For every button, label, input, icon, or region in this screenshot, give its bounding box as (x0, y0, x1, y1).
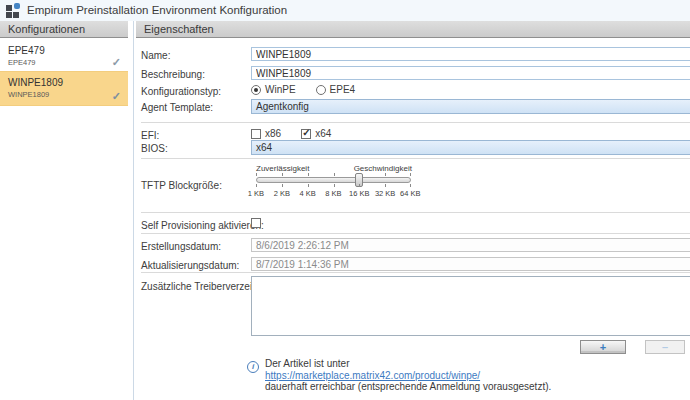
checkbox-x64-label: x64 (315, 128, 331, 139)
panel-divider (133, 21, 134, 400)
description-label: Beschreibung: (141, 69, 205, 80)
efi-checkbox-group: x86 x64 (251, 128, 331, 139)
config-type-radio-group: WinPE EPE4 (251, 84, 355, 95)
app-window: Empirum Preinstallation Environment Konf… (0, 0, 690, 400)
bios-select[interactable]: x64 (251, 140, 690, 155)
radio-winpe-label: WinPE (265, 84, 296, 95)
updated-date-label: Aktualisierungsdatum: (141, 260, 239, 271)
configurations-list: EPE479 EPE479 ✓ WINPE1809 WINPE1809 ✓ (0, 38, 128, 400)
name-input[interactable] (251, 47, 690, 61)
config-item-epe479[interactable]: EPE479 EPE479 ✓ (0, 42, 128, 71)
agent-template-select[interactable]: Agentkonfig (251, 99, 690, 114)
marketplace-link[interactable]: https://marketplace.matrix42.com/product… (265, 370, 680, 382)
tick-label: 1 KB (248, 189, 264, 198)
slider-ticks-top (256, 173, 411, 176)
properties-header: Eigenschaften (136, 21, 690, 38)
tick-label: 8 KB (325, 189, 341, 198)
properties-panel: Name: Beschreibung: Konfigurationstyp: W… (136, 38, 690, 400)
bios-label: BIOS: (141, 143, 168, 154)
remove-button[interactable]: – (645, 340, 685, 354)
slider-tick-labels: 1 KB 2 KB 4 KB 8 KB 16 KB 32 KB 64 KB (256, 189, 411, 198)
check-icon: ✓ (112, 56, 121, 69)
radio-epe4[interactable] (316, 85, 326, 95)
updated-date-value: 8/7/2019 1:14:36 PM (251, 257, 690, 271)
separator (141, 212, 690, 213)
config-type-label: Konfigurationstyp: (141, 86, 221, 97)
info-icon: i (247, 361, 259, 373)
checkbox-x64[interactable] (301, 129, 311, 139)
checkbox-x86-label: x86 (265, 128, 281, 139)
agent-template-label: Agent Template: (141, 102, 213, 113)
created-date-value: 8/6/2019 2:26:12 PM (251, 238, 690, 252)
driver-dirs-textarea[interactable] (251, 276, 690, 336)
checkbox-x86[interactable] (251, 129, 261, 139)
config-item-title: WINPE1809 (8, 77, 120, 88)
sidebar-header: Konfigurationen (0, 21, 128, 38)
config-item-title: EPE479 (8, 45, 120, 56)
slider-right-label: Geschwindigkeit (354, 164, 412, 173)
radio-winpe[interactable] (251, 85, 261, 95)
name-label: Name: (141, 50, 170, 61)
description-input[interactable] (251, 66, 690, 80)
tick-label: 32 KB (375, 189, 395, 198)
config-item-subtitle: WINPE1809 (8, 90, 120, 99)
radio-option-epe4[interactable]: EPE4 (316, 84, 356, 95)
self-provisioning-checkbox[interactable] (251, 218, 261, 228)
checkbox-option-x86[interactable]: x86 (251, 128, 281, 139)
tick-label: 4 KB (300, 189, 316, 198)
info-line1: Der Artikel ist unter (265, 358, 349, 369)
radio-epe4-label: EPE4 (330, 84, 356, 95)
tftp-blocksize-label: TFTP Blockgröße: (141, 180, 222, 191)
radio-option-winpe[interactable]: WinPE (251, 84, 296, 95)
add-button[interactable]: + (580, 340, 626, 354)
slider-track[interactable] (256, 177, 411, 183)
window-title: Empirum Preinstallation Environment Konf… (27, 4, 287, 16)
config-item-winpe1809[interactable]: WINPE1809 WINPE1809 ✓ (0, 71, 128, 106)
separator (141, 233, 690, 234)
info-note: i Der Artikel ist unter https://marketpl… (247, 358, 680, 393)
separator (141, 122, 690, 123)
slider-left-label: Zuverlässigkeit (256, 164, 309, 173)
checkbox-option-x64[interactable]: x64 (301, 128, 331, 139)
config-item-subtitle: EPE479 (8, 58, 120, 67)
tick-label: 64 KB (400, 189, 420, 198)
slider-ticks-bottom (256, 184, 411, 187)
check-icon: ✓ (112, 90, 121, 103)
app-logo-icon (6, 3, 21, 18)
tick-label: 2 KB (274, 189, 290, 198)
separator (141, 158, 690, 159)
tftp-blocksize-slider: Zuverlässigkeit Geschwindigkeit 1 KB 2 K… (256, 164, 411, 204)
separator (141, 272, 690, 273)
self-provisioning-label: Self Provisioning aktivieren: (141, 220, 264, 231)
tick-label: 16 KB (349, 189, 369, 198)
title-bar: Empirum Preinstallation Environment Konf… (0, 0, 690, 21)
created-date-label: Erstellungsdatum: (141, 241, 221, 252)
info-line3: dauerhaft erreichbar (entsprechende Anme… (265, 381, 551, 392)
